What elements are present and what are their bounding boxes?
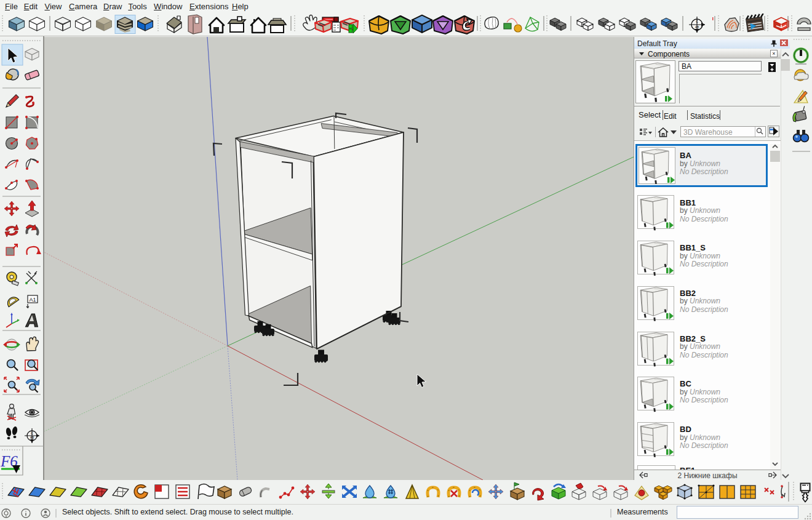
- svg-text:C: C: [31, 431, 33, 435]
- svg-text:AB: AB: [695, 25, 699, 29]
- svg-text:C: C: [696, 20, 698, 23]
- svg-text:AB: AB: [30, 436, 34, 439]
- svg-text:A1: A1: [29, 297, 36, 303]
